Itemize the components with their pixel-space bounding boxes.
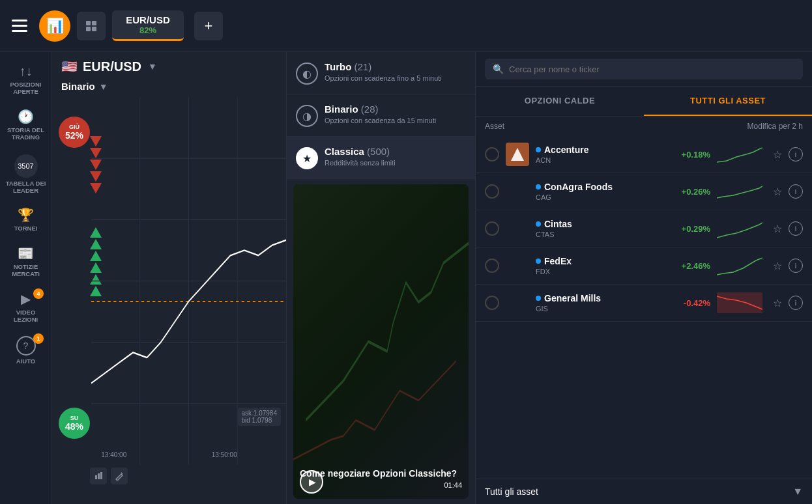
star-filled-icon: ★ — [302, 152, 312, 165]
binario-circle-icon: ◑ — [302, 110, 312, 122]
sidebar-item-posizioni-aperte[interactable]: ↑↓ POSIZIONIAPERTE — [0, 59, 51, 101]
accenture-favorite-button[interactable]: ☆ — [769, 146, 786, 163]
chart-subheader: Binario ▼ — [52, 81, 286, 97]
svg-rect-17 — [293, 184, 469, 499]
accenture-live-dot — [536, 147, 541, 152]
hamburger-menu-button[interactable] — [7, 13, 33, 39]
option-item-classica[interactable]: ★ Classica (500) Redditività senza limit… — [287, 137, 475, 179]
classica-option-text: Classica (500) Redditività senza limiti — [325, 146, 396, 167]
general-mills-info-button[interactable]: i — [789, 296, 803, 310]
asset-row-conagra[interactable]: ConAgra Foods CAG +0.26% ☆ i — [476, 173, 812, 210]
sidebar-item-aiuto[interactable]: 1 ? AIUTO — [0, 331, 51, 370]
sidebar-item-video[interactable]: 4 ▶ VIDEOLEZIONI — [0, 286, 51, 329]
question-icon: ? — [16, 336, 36, 356]
classica-title: Classica (500) — [325, 146, 396, 157]
asset-filter-dropdown[interactable]: Tutti gli asset ▼ — [476, 479, 812, 504]
sidebar-label-posizioni: POSIZIONIAPERTE — [10, 81, 41, 96]
accenture-info-button[interactable]: i — [789, 147, 803, 161]
leaderboard-badge: 3507 — [14, 154, 38, 178]
asset-row-fedex[interactable]: FedEx FDX +2.46% ☆ i — [476, 247, 812, 285]
tab-opzioni-calde[interactable]: OPZIONI CALDE — [476, 87, 644, 116]
sidebar-item-storia-trading[interactable]: 🕐 STORIA DELTRADING — [0, 104, 51, 147]
conagra-mini-chart — [717, 180, 762, 203]
svg-rect-1 — [92, 21, 96, 25]
accenture-logo — [506, 143, 529, 166]
general-mills-ticker: GIS — [536, 305, 668, 313]
svg-rect-0 — [86, 21, 91, 25]
sidebar-item-tornei[interactable]: 🏆 TORNEI — [0, 202, 51, 237]
accenture-radio[interactable] — [485, 147, 499, 161]
accenture-ticker: ACN — [536, 156, 668, 164]
add-tab-button[interactable]: + — [194, 12, 223, 40]
direction-down-indicator: GIÙ 52% — [59, 117, 90, 148]
main-layout: ↑↓ POSIZIONIAPERTE 🕐 STORIA DELTRADING 3… — [0, 52, 812, 504]
down-label: GIÙ — [69, 124, 80, 130]
turbo-title: Turbo (21) — [325, 61, 442, 72]
sidebar-item-notizie[interactable]: 📰 NOTIZIEMERCATI — [0, 240, 51, 283]
down-pct: 52% — [65, 130, 83, 141]
svg-rect-15 — [100, 472, 102, 479]
turbo-option-text: Turbo (21) Opzioni con scadenza fino a 5… — [325, 61, 442, 82]
asset-row-accenture[interactable]: Accenture ACN +0.18% ☆ i — [476, 136, 812, 173]
chart-draw-icon[interactable] — [111, 468, 128, 484]
asset-row-cintas[interactable]: Cintas CTAS +0.29% ☆ i — [476, 210, 812, 247]
general-mills-radio[interactable] — [485, 296, 499, 310]
col-asset-label: Asset — [485, 122, 504, 131]
binario-option-text: Binario (28) Opzioni con scadenza da 15 … — [325, 104, 436, 124]
svg-rect-13 — [95, 475, 97, 479]
cintas-ticker: CTAS — [536, 231, 668, 238]
binario-desc: Opzioni con scadenza da 15 minuti — [325, 117, 436, 124]
fedex-favorite-button[interactable]: ☆ — [769, 257, 786, 274]
general-mills-change: -0.42% — [674, 298, 710, 308]
conagra-favorite-button[interactable]: ☆ — [769, 183, 786, 200]
option-item-turbo[interactable]: ◐ Turbo (21) Opzioni con scadenza fino a… — [287, 52, 475, 94]
fedex-radio[interactable] — [485, 259, 499, 273]
general-mills-favorite-button[interactable]: ☆ — [769, 294, 786, 311]
right-panel: 🔍 OPZIONI CALDE TUTTI GLI ASSET Asset Mo… — [476, 52, 812, 504]
asset-row-general-mills[interactable]: General Mills GIS -0.42% ☆ i — [476, 285, 812, 322]
fedex-name-row: FedEx — [536, 256, 668, 266]
chart-body: GIÙ 52% SU — [52, 97, 286, 504]
conagra-ticker: CAG — [536, 193, 668, 201]
clock-icon: 🕐 — [18, 109, 34, 124]
chart-bar-icon[interactable] — [90, 468, 107, 484]
tab-tutti-gli-asset[interactable]: TUTTI GLI ASSET — [644, 87, 812, 116]
conagra-radio[interactable] — [485, 184, 499, 199]
general-mills-mini-chart — [717, 291, 762, 315]
conagra-live-dot — [536, 184, 541, 189]
tab-tutti-gli-asset-label: TUTTI GLI ASSET — [690, 96, 766, 105]
video-title: Come negoziare Opzioni Classiche? — [300, 468, 462, 479]
active-tab-eurusd[interactable]: EUR/USD 82% — [112, 10, 184, 41]
top-bar: 📊 EUR/USD 82% + — [0, 0, 812, 52]
turbo-count: (21) — [355, 61, 372, 72]
turbo-option-icon: ◐ — [296, 63, 318, 85]
mode-dropdown-arrow[interactable]: ▼ — [99, 81, 108, 92]
video-play-button[interactable]: ▶ — [300, 470, 323, 494]
conagra-info-button[interactable]: i — [789, 184, 803, 199]
tab-pair-name: EUR/USD — [126, 14, 170, 25]
sidebar-label-storia: STORIA DELTRADING — [7, 126, 44, 141]
chart-mode-label: Binario — [61, 81, 95, 92]
sidebar-label-aiuto: AIUTO — [16, 357, 35, 365]
fedex-info-button[interactable]: i — [789, 259, 803, 273]
cintas-info-button[interactable]: i — [789, 221, 803, 236]
fedex-live-dot — [536, 259, 541, 264]
cintas-favorite-button[interactable]: ☆ — [769, 220, 786, 237]
grid-icon — [85, 20, 98, 33]
search-icon: 🔍 — [493, 64, 504, 74]
sidebar-item-tabella-leader[interactable]: 3507 TABELLA DEILEADER — [0, 149, 51, 200]
binario-option-icon: ◑ — [296, 105, 318, 127]
general-mills-info: General Mills GIS — [506, 293, 668, 313]
cintas-radio[interactable] — [485, 221, 499, 236]
logo-button[interactable]: 📊 — [39, 10, 70, 42]
chart-toolbar — [90, 468, 128, 484]
chart-asset-name: EUR/USD — [83, 59, 141, 74]
fedex-mini-chart — [717, 254, 762, 277]
asset-dropdown-arrow[interactable]: ▼ — [148, 61, 157, 72]
option-item-binario[interactable]: ◑ Binario (28) Opzioni con scadenza da 1… — [287, 94, 475, 137]
classica-count: (500) — [367, 146, 390, 157]
search-input[interactable] — [509, 64, 795, 74]
price-tooltip: ask 1.07984 bid 1.0798 — [238, 408, 282, 426]
chart-header: 🇺🇸 EUR/USD ▼ — [52, 52, 286, 81]
grid-view-button[interactable] — [77, 12, 106, 40]
